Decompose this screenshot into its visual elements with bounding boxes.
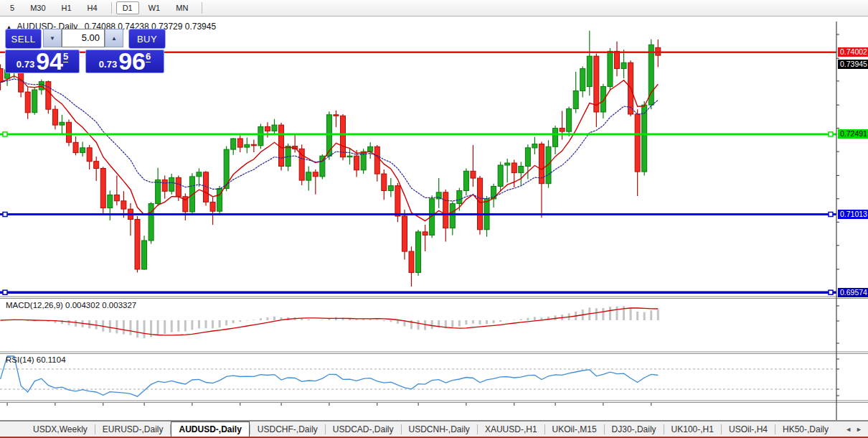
price-badge-073945: 0.73945: [838, 60, 868, 69]
sell-price-quote[interactable]: 0.73 94 5: [5, 50, 80, 73]
buy-price-prefix: 0.73: [99, 59, 117, 70]
toolbar-divider: [202, 2, 202, 14]
timeframe-button-mn[interactable]: MN: [169, 1, 194, 14]
tab-scroll-right-icon[interactable]: ►: [856, 426, 862, 433]
sell-button[interactable]: SELL: [5, 29, 42, 49]
buy-button[interactable]: BUY: [128, 29, 166, 49]
price-badge-069574: 0.69574: [838, 288, 868, 297]
timeframe-button-m30[interactable]: M30: [24, 1, 52, 14]
one-click-trade-panel: SELL ▼ 5.00 ▲ BUY 0.73 94 5 0.73 96 6: [5, 29, 164, 73]
timeframe-button-h1[interactable]: H1: [55, 1, 78, 14]
tab-usdcad-daily[interactable]: USDCAD-,Daily: [326, 421, 401, 437]
rsi-indicator-label: RSI(14) 60.1104: [6, 355, 66, 364]
sell-price-pip-digit: 5: [63, 51, 68, 62]
sell-price-big-digits: 94: [36, 50, 63, 72]
tab-scroll-left-icon[interactable]: ◄: [845, 426, 852, 433]
volume-input[interactable]: 5.00: [62, 29, 105, 47]
tab-usdchf-daily[interactable]: USDCHF-,Daily: [250, 421, 325, 437]
chart-canvas[interactable]: [0, 17, 868, 421]
timeframe-toolbar: 5M30H1H4D1W1MN: [0, 0, 868, 17]
buy-price-quote[interactable]: 0.73 96 6: [85, 50, 164, 73]
sell-price-prefix: 0.73: [16, 59, 34, 70]
toolbar-divider: [111, 2, 112, 14]
timeframe-button-h4[interactable]: H4: [81, 1, 104, 14]
timeframe-button-d1[interactable]: D1: [116, 1, 139, 14]
timeframe-button-5[interactable]: 5: [4, 1, 21, 14]
tab-hk50-daily[interactable]: HK50-,Daily: [775, 421, 836, 437]
chart-tab-bar: USDX,WeeklyEURUSD-,DailyAUDUSD-,DailyUSD…: [0, 421, 868, 438]
price-badge-072491: 0.72491: [838, 129, 868, 139]
tab-usdx-weekly[interactable]: USDX,Weekly: [26, 421, 95, 437]
buy-price-pip-digit: 6: [146, 51, 151, 62]
tab-usdcnh-daily[interactable]: USDCNH-,Daily: [402, 421, 477, 437]
volume-increase-button[interactable]: ▲: [105, 29, 123, 47]
tab-audusd-daily[interactable]: AUDUSD-,Daily: [171, 421, 249, 437]
price-badge-071013: 0.71013: [838, 210, 868, 219]
tab-ukoil-m15[interactable]: UKOil-,M15: [545, 421, 604, 437]
volume-decrease-button[interactable]: ▼: [43, 29, 62, 47]
tab-eurusd-daily[interactable]: EURUSD-,Daily: [95, 421, 171, 437]
tab-usoil-h4[interactable]: USOil-,H4: [722, 421, 775, 437]
macd-indicator-label: MACD(12,26,9) 0.004302 0.003327: [6, 301, 136, 309]
buy-price-big-digits: 96: [118, 50, 146, 72]
tab-xauusd-h1[interactable]: XAUUSD-,H1: [478, 421, 544, 437]
tab-uk100-h1[interactable]: UK100-,H1: [664, 421, 721, 437]
price-badge-074002: 0.74002: [838, 47, 868, 57]
tab-dj30-daily[interactable]: DJ30-,Daily: [605, 421, 664, 437]
timeframe-button-w1[interactable]: W1: [142, 1, 167, 14]
tab-scroll-arrows: ◄►: [845, 421, 868, 437]
